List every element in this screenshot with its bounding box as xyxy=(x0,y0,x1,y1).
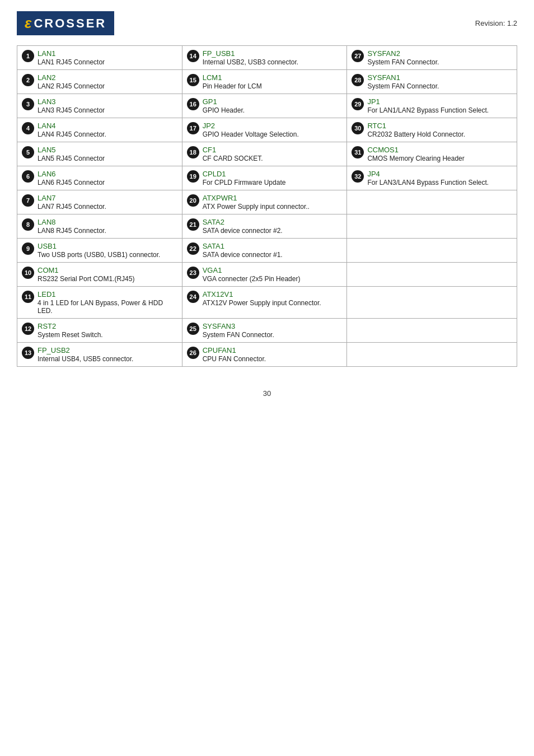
item-content: ATXPWR1 ATX Power Supply input connector… xyxy=(203,194,310,211)
item-desc: CF CARD SOCKET. xyxy=(203,155,263,162)
item-content: LAN8 LAN8 RJ45 Connector. xyxy=(38,218,106,235)
list-item: 5 LAN5 LAN5 RJ45 Connector xyxy=(22,146,177,162)
item-badge: 17 xyxy=(187,122,199,134)
list-item: 14 FP_USB1 Internal USB2, USB3 connector… xyxy=(187,49,343,66)
table-cell: 16 GP1 GPIO Header. xyxy=(182,94,347,118)
item-title: FP_USB2 xyxy=(38,346,133,354)
item-content: RST2 System Reset Switch. xyxy=(38,322,103,339)
item-badge: 9 xyxy=(22,242,34,255)
item-desc: CMOS Memory Clearing Header xyxy=(367,155,464,162)
table-cell: 9 USB1 Two USB ports (USB0, USB1) connec… xyxy=(17,239,182,263)
table-cell xyxy=(347,239,517,263)
item-title: JP1 xyxy=(367,97,489,106)
table-cell: 25 SYSFAN3 System FAN Connector. xyxy=(182,319,347,343)
logo-box: ε CROSSER xyxy=(17,11,114,35)
list-item: 18 CF1 CF CARD SOCKET. xyxy=(187,146,343,162)
table-cell: 17 JP2 GPIO Header Voltage Selection. xyxy=(182,118,347,142)
table-cell: 20 ATXPWR1 ATX Power Supply input connec… xyxy=(182,190,347,214)
item-badge: 21 xyxy=(187,218,199,231)
item-badge: 23 xyxy=(187,267,199,279)
table-cell: 13 FP_USB2 Internal USB4, USB5 connector… xyxy=(17,343,182,367)
item-desc: Internal USB4, USB5 connector. xyxy=(38,355,133,363)
item-desc: 4 in 1 LED for LAN Bypass, Power & HDD L… xyxy=(38,299,177,315)
table-cell xyxy=(347,343,517,367)
item-title: USB1 xyxy=(38,242,160,250)
item-badge: 10 xyxy=(22,267,34,279)
item-desc: LAN1 RJ45 Connector xyxy=(38,58,105,66)
table-cell: 21 SATA2 SATA device connector #2. xyxy=(182,214,347,239)
list-item: 25 SYSFAN3 System FAN Connector. xyxy=(187,322,343,339)
list-item: 1 LAN1 LAN1 RJ45 Connector xyxy=(22,49,177,66)
item-badge: 4 xyxy=(22,122,34,134)
item-desc: SATA device connector #2. xyxy=(203,227,283,235)
table-cell xyxy=(347,287,517,319)
item-title: LAN2 xyxy=(38,73,105,82)
item-content: LAN4 LAN4 RJ45 Connector. xyxy=(38,122,106,138)
item-desc: System FAN Connector. xyxy=(367,82,439,90)
item-badge: 15 xyxy=(187,74,199,86)
item-title: CF1 xyxy=(203,146,263,154)
item-badge: 31 xyxy=(352,146,364,158)
item-badge: 14 xyxy=(187,50,199,62)
item-title: LAN4 xyxy=(38,122,106,130)
table-cell: 12 RST2 System Reset Switch. xyxy=(17,319,182,343)
item-desc: Pin Header for LCM xyxy=(203,82,262,90)
list-item: 13 FP_USB2 Internal USB4, USB5 connector… xyxy=(22,346,177,363)
item-content: JP4 For LAN3/LAN4 Bypass Function Select… xyxy=(367,170,489,186)
item-desc: SATA device connector #1. xyxy=(203,251,283,259)
item-title: LAN3 xyxy=(38,97,105,106)
table-cell: 6 LAN6 LAN6 RJ45 Connector xyxy=(17,166,182,190)
table-cell: 10 COM1 RS232 Serial Port COM1.(RJ45) xyxy=(17,263,182,287)
item-title: LAN1 xyxy=(38,49,105,58)
item-badge: 24 xyxy=(187,291,199,303)
item-desc: ATX Power Supply input connector.. xyxy=(203,203,310,211)
item-badge: 8 xyxy=(22,218,34,231)
item-desc: GPIO Header Voltage Selection. xyxy=(203,130,299,138)
connector-table: 1 LAN1 LAN1 RJ45 Connector 14 FP_USB1 In… xyxy=(17,45,517,367)
item-content: CPUFAN1 CPU FAN Connector. xyxy=(203,346,266,363)
table-cell: 22 SATA1 SATA device connector #1. xyxy=(182,239,347,263)
list-item: 28 SYSFAN1 System FAN Connector. xyxy=(352,73,512,90)
table-cell: 5 LAN5 LAN5 RJ45 Connector xyxy=(17,142,182,166)
item-desc: LAN7 RJ45 Connector. xyxy=(38,203,106,211)
table-cell: 8 LAN8 LAN8 RJ45 Connector. xyxy=(17,214,182,239)
table-cell: 24 ATX12V1 ATX12V Power Supply input Con… xyxy=(182,287,347,319)
item-badge: 5 xyxy=(22,146,34,158)
list-item: 27 SYSFAN2 System FAN Connector. xyxy=(352,49,512,66)
item-desc: For LAN1/LAN2 Bypass Function Select. xyxy=(367,106,489,114)
list-item: 31 CCMOS1 CMOS Memory Clearing Header xyxy=(352,146,512,162)
item-title: LAN7 xyxy=(38,194,106,202)
page-header: ε CROSSER Revision: 1.2 xyxy=(17,11,517,35)
item-badge: 2 xyxy=(22,74,34,86)
item-content: ATX12V1 ATX12V Power Supply input Connec… xyxy=(203,290,321,307)
item-desc: LAN4 RJ45 Connector. xyxy=(38,130,106,138)
item-title: CCMOS1 xyxy=(367,146,464,154)
item-content: LAN3 LAN3 RJ45 Connector xyxy=(38,97,105,114)
list-item: 2 LAN2 LAN2 RJ45 Connector xyxy=(22,73,177,90)
item-title: ATXPWR1 xyxy=(203,194,310,202)
item-desc: LAN5 RJ45 Connector xyxy=(38,155,105,162)
list-item: 6 LAN6 LAN6 RJ45 Connector xyxy=(22,170,177,186)
item-content: FP_USB2 Internal USB4, USB5 connector. xyxy=(38,346,133,363)
item-title: JP2 xyxy=(203,122,299,130)
item-desc: LAN6 RJ45 Connector xyxy=(38,179,105,186)
table-cell: 4 LAN4 LAN4 RJ45 Connector. xyxy=(17,118,182,142)
item-desc: GPIO Header. xyxy=(203,106,245,114)
item-title: RST2 xyxy=(38,322,103,330)
item-desc: LAN2 RJ45 Connector xyxy=(38,82,105,90)
item-title: SYSFAN3 xyxy=(203,322,274,330)
item-content: LAN5 LAN5 RJ45 Connector xyxy=(38,146,105,162)
item-badge: 28 xyxy=(352,74,364,86)
item-badge: 20 xyxy=(187,194,199,207)
item-desc: RS232 Serial Port COM1.(RJ45) xyxy=(38,275,134,283)
list-item: 7 LAN7 LAN7 RJ45 Connector. xyxy=(22,194,177,211)
item-desc: VGA connecter (2x5 Pin Header) xyxy=(203,275,301,283)
item-desc: CPU FAN Connector. xyxy=(203,355,266,363)
item-badge: 13 xyxy=(22,347,34,359)
item-badge: 19 xyxy=(187,170,199,183)
list-item: 4 LAN4 LAN4 RJ45 Connector. xyxy=(22,122,177,138)
item-title: FP_USB1 xyxy=(203,49,298,58)
item-title: SATA1 xyxy=(203,242,283,250)
item-content: LAN6 LAN6 RJ45 Connector xyxy=(38,170,105,186)
item-title: VGA1 xyxy=(203,266,301,274)
